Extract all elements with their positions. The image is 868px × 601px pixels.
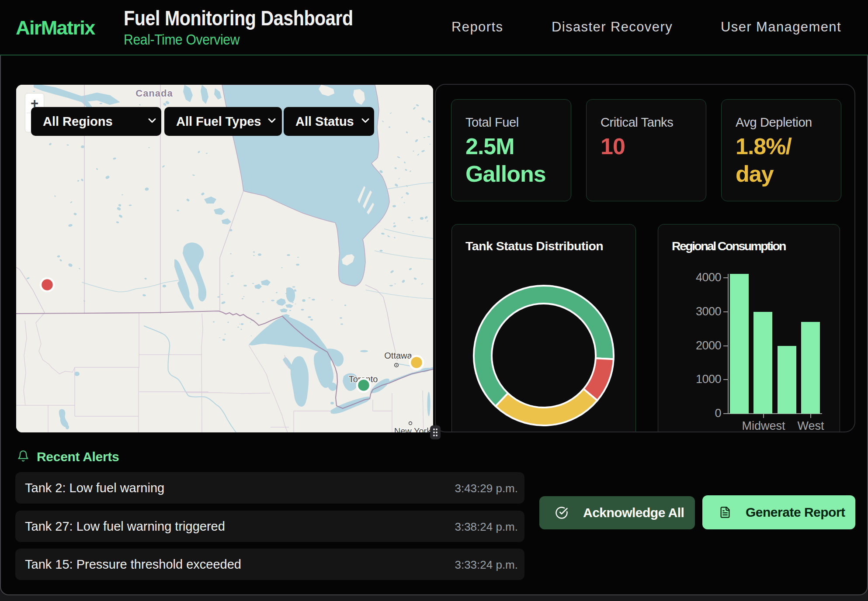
svg-text:Canada: Canada — [135, 88, 173, 99]
svg-text:New York: New York — [394, 426, 431, 432]
svg-text:Ottawa: Ottawa — [384, 351, 412, 360]
